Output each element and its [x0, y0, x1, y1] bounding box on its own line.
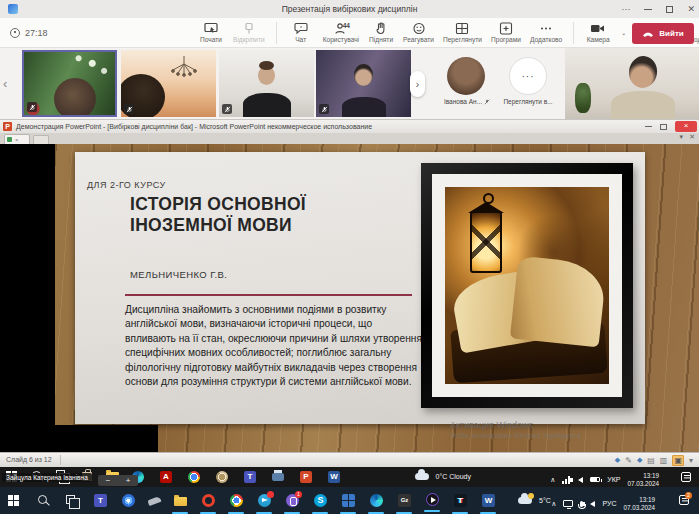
media-player-icon[interactable] [426, 493, 439, 506]
participants-button[interactable]: 44 Користувачі [323, 22, 359, 43]
display-icon[interactable] [563, 500, 573, 507]
tabs-dropdown-icon[interactable]: ▾ [680, 133, 684, 141]
chrome-icon[interactable] [188, 471, 200, 483]
view-button[interactable]: Переглянути [443, 22, 482, 43]
tray-chevron-icon[interactable]: ∧ [550, 476, 555, 484]
unpin-button[interactable]: Відкріпити [233, 22, 265, 43]
shared-screen-taskbar: Зайцула Катерина Іванівна − + A T P W 0°… [0, 467, 699, 487]
active-speaker-video[interactable] [565, 48, 699, 119]
viber-icon[interactable]: 1 [286, 494, 299, 507]
notification-center-icon[interactable] [681, 472, 691, 482]
next-slide-icon[interactable]: ◆ [637, 456, 642, 464]
volume-icon[interactable] [590, 501, 595, 507]
pen-tool-icon[interactable]: ✎ [625, 456, 632, 465]
camera-button[interactable]: Камера [585, 22, 611, 43]
task-view-icon[interactable] [66, 495, 75, 504]
archiver-icon[interactable]: Gz [398, 494, 411, 507]
start-button[interactable] [8, 495, 19, 506]
printer-icon[interactable] [272, 469, 284, 481]
file-explorer-icon[interactable] [174, 494, 187, 506]
windows-activation-watermark: Активация Windows [450, 420, 533, 430]
tab-close-icon[interactable]: × [15, 137, 19, 143]
view-sorter-icon[interactable]: ▥ [660, 456, 668, 465]
start-share-button[interactable]: Почати [198, 22, 224, 43]
camera-options-chevron-icon[interactable]: ⌄ [621, 29, 626, 36]
widgets-icon[interactable] [122, 494, 135, 507]
view-slideshow-icon[interactable]: ▣ [672, 455, 684, 466]
view-more-participants-button[interactable]: ··· [509, 57, 547, 95]
letterbox-black [0, 425, 158, 452]
restore-icon[interactable] [666, 6, 673, 13]
more-window-options-icon[interactable]: ··· [621, 0, 630, 18]
windows-activation-watermark-sub: Чтобы активировать Windows, перейдите в [450, 432, 581, 439]
weather-widget[interactable]: 0°C Cloudy [415, 473, 471, 480]
word-icon[interactable]: W [328, 471, 340, 483]
chrome-icon[interactable] [230, 494, 243, 507]
strip-scroll-left-icon[interactable]: ‹ [3, 76, 7, 91]
presentation-tab[interactable]: × [4, 134, 30, 144]
participant-video-4[interactable] [316, 50, 411, 117]
ppt-close-icon[interactable]: × [675, 121, 697, 132]
ppt-minimize-icon[interactable] [645, 126, 652, 127]
view-normal-icon[interactable]: ▤ [647, 456, 655, 465]
participant-video-2[interactable] [121, 50, 216, 117]
timer-icon [10, 28, 20, 38]
slide-area: ДЛЯ 2-ГО КУРСУ ІСТОРІЯ ОСНОВНОЇ ІНОЗЕМНО… [0, 144, 699, 452]
battery-icon[interactable] [590, 477, 600, 482]
word-icon[interactable]: W [482, 494, 495, 507]
zoom-out-icon[interactable]: − [106, 475, 111, 486]
participant-video-1[interactable] [22, 50, 117, 117]
close-icon[interactable]: ✕ [687, 0, 695, 18]
strip-scroll-right-icon[interactable]: › [410, 71, 425, 97]
weather-widget[interactable]: 5°C [518, 497, 551, 504]
edge-icon[interactable] [370, 494, 383, 507]
empty-tab[interactable] [33, 135, 49, 144]
opera-icon[interactable] [202, 494, 215, 507]
status-more-icon[interactable]: ▾ [689, 456, 693, 465]
language-indicator[interactable]: УКР [607, 476, 620, 483]
zoom-in-icon[interactable]: + [126, 475, 131, 486]
slide-counter: Слайд 6 из 12 [6, 455, 61, 465]
t-app-icon[interactable]: T [454, 494, 467, 507]
powerpoint-titlebar: P Демонстрация PowerPoint - [Вибіркові д… [0, 119, 699, 133]
more-actions-button[interactable]: Додатково [530, 22, 562, 43]
participant-video-3[interactable] [219, 50, 314, 117]
volume-icon[interactable] [578, 477, 583, 483]
apps-button[interactable]: Програми [491, 22, 521, 43]
framed-picture [421, 163, 633, 408]
browser-profile-icon[interactable] [216, 471, 228, 483]
tray-chevron-icon[interactable]: ∧ [551, 500, 556, 508]
teams-icon[interactable]: T [94, 494, 107, 507]
tabs-close-icon[interactable]: ✕ [689, 133, 695, 141]
magnifier-zoom-control[interactable]: − + [98, 475, 138, 486]
prev-slide-icon[interactable]: ◆ [615, 456, 620, 464]
ppt-restore-icon[interactable] [660, 124, 667, 130]
chat-button[interactable]: Чат [288, 22, 314, 43]
leave-button[interactable]: Вийти [632, 23, 694, 44]
participant-avatar[interactable] [447, 57, 485, 95]
clock[interactable]: 13:19 07.03.2024 [623, 496, 655, 512]
teams-icon[interactable]: T [244, 471, 256, 483]
active-speaker-figure [611, 91, 675, 119]
messenger-icon[interactable] [258, 494, 271, 507]
slide-divider-line [125, 294, 412, 296]
powerpoint-title: Демонстрация PowerPoint - [Вибіркові дис… [16, 123, 372, 130]
clock[interactable]: 13:19 07.03.2024 [627, 472, 659, 488]
raise-hand-button[interactable]: Підняти [368, 22, 394, 43]
minimize-icon[interactable] [644, 9, 652, 10]
react-button[interactable]: Реагувати [403, 22, 434, 43]
powerpoint-icon[interactable]: P [300, 471, 312, 483]
powerpoint-status-bar: Слайд 6 из 12 ◆ ✎ ◆ ▤ ▥ ▣ ▾ [0, 452, 699, 467]
calculator-icon[interactable] [342, 494, 355, 507]
mic-off-icon [124, 104, 134, 114]
search-icon[interactable] [38, 495, 47, 504]
participants-count-badge: 44 [343, 22, 350, 29]
participant-3-figure [243, 93, 291, 117]
language-indicator[interactable]: РУС [602, 500, 616, 507]
launcher-icon[interactable] [148, 493, 161, 504]
notification-center-icon[interactable]: 2 [679, 495, 689, 505]
tab-file-icon [7, 137, 12, 142]
powerpoint-tab-row: × ▾ ✕ [0, 133, 699, 144]
acrobat-icon[interactable]: A [160, 471, 172, 483]
skype-icon[interactable]: S [314, 494, 327, 507]
